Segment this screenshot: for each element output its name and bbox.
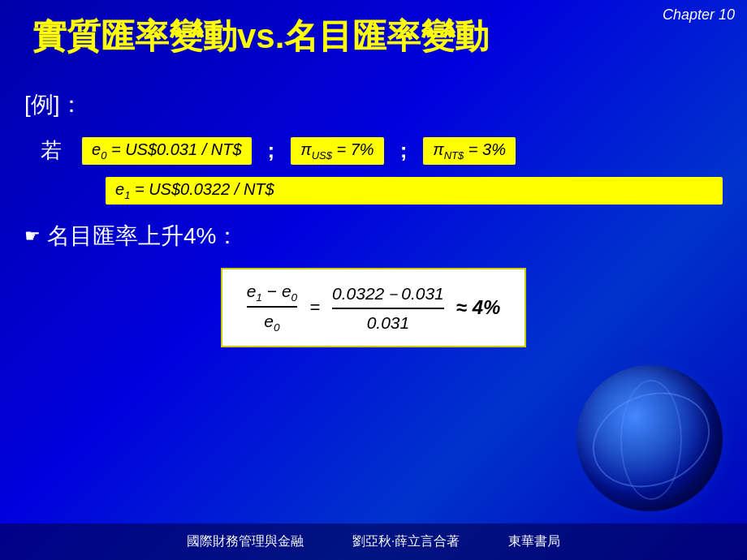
fraction-numerator: e1 − e0 <box>247 282 298 308</box>
title-text: 實質匯率變動vs.名目匯率變動 <box>32 17 489 55</box>
e0-box: e0 = US$0.031 / NT$ <box>82 137 252 165</box>
right-denominator-text: 0.031 <box>367 313 410 332</box>
left-fraction: e1 − e0 e0 <box>247 282 298 334</box>
bullet-text: 名目匯率上升4%： <box>47 221 239 252</box>
example-label-text: [例]： <box>24 92 83 117</box>
ruo-text: 若 <box>41 136 62 165</box>
content-area: [例]： 若 e0 = US$0.031 / NT$ ; πUS$ = 7% ; <box>24 89 723 347</box>
globe-decoration <box>576 365 723 511</box>
footer-item-1: 國際財務管理與金融 <box>187 533 304 550</box>
equals-sign: = <box>309 297 320 318</box>
e1-text: e1 = US$0.0322 / NT$ <box>115 180 274 198</box>
formula-container: e1 − e0 e0 = 0.0322－0.031 <box>24 268 723 347</box>
fraction-denominator: e0 <box>264 309 279 334</box>
right-denominator: 0.031 <box>367 311 410 333</box>
right-fraction: 0.0322－0.031 0.031 <box>332 282 444 333</box>
footer-item-3: 東華書局 <box>508 533 560 550</box>
pi-nt-text: πNT$ = 3% <box>433 140 506 158</box>
bullet-item-1: ☛ 名目匯率上升4%： <box>24 221 723 252</box>
footer-item-2: 劉亞秋·薛立言合著 <box>352 533 460 550</box>
slide: Chapter 10 實質匯率變動vs.名目匯率變動 [例]： 若 e0 = U… <box>0 0 747 560</box>
separator-1: ; <box>268 138 275 163</box>
e0-text: e0 = US$0.031 / NT$ <box>92 140 242 158</box>
e1-box: e1 = US$0.0322 / NT$ <box>106 177 723 205</box>
formula-box: e1 − e0 e0 = 0.0322－0.031 <box>221 268 527 347</box>
pi-nt-box: πNT$ = 3% <box>423 137 516 165</box>
bullet-arrow: ☛ <box>24 226 41 247</box>
condition-row: 若 e0 = US$0.031 / NT$ ; πUS$ = 7% ; πNT$… <box>41 136 723 165</box>
bullet-section: ☛ 名目匯率上升4%： e1 − e0 e0 <box>24 221 723 347</box>
pi-us-box: πUS$ = 7% <box>291 137 383 165</box>
pi-us-text: πUS$ = 7% <box>300 140 374 158</box>
example-label: [例]： <box>24 89 723 120</box>
separator-2: ; <box>400 138 408 163</box>
slide-title: 實質匯率變動vs.名目匯率變動 <box>32 16 706 57</box>
approx-result: ≈ 4% <box>456 296 501 319</box>
formula-inner: e1 − e0 e0 = 0.0322－0.031 <box>247 282 501 334</box>
right-numerator-text: 0.0322－0.031 <box>332 284 444 303</box>
right-numerator: 0.0322－0.031 <box>332 282 444 309</box>
footer: 國際財務管理與金融 劉亞秋·薛立言合著 東華書局 <box>0 523 747 560</box>
e1-row: e1 = US$0.0322 / NT$ <box>106 177 723 205</box>
